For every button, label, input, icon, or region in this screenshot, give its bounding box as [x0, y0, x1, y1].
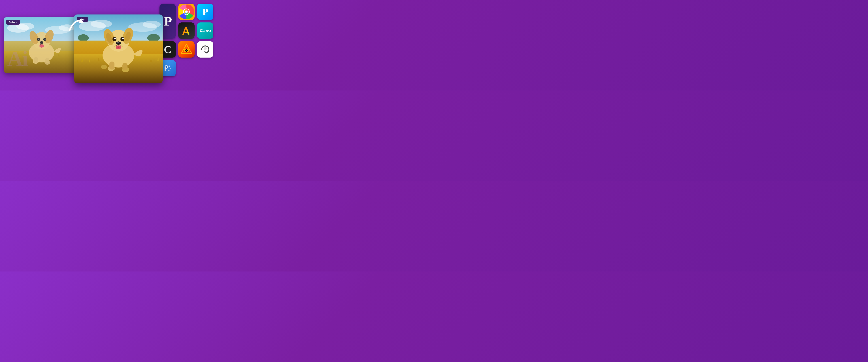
after-card: After: [74, 15, 163, 83]
svg-point-11: [38, 38, 39, 39]
svg-point-57: [204, 47, 207, 50]
svg-point-13: [40, 41, 43, 44]
svg-point-34: [113, 37, 117, 41]
before-badge: Before: [6, 20, 20, 25]
svg-point-62: [170, 68, 171, 69]
svg-point-63: [168, 70, 169, 71]
svg-text:A: A: [182, 25, 190, 36]
svg-point-45: [101, 65, 107, 69]
svg-point-37: [122, 38, 124, 39]
svg-point-38: [113, 37, 115, 38]
svg-point-59: [165, 66, 167, 68]
svg-rect-46: [110, 61, 115, 69]
icon-affinity[interactable]: [178, 41, 194, 58]
svg-point-61: [168, 65, 170, 67]
canva-label: Canva: [199, 28, 211, 33]
icon-picsart[interactable]: P: [197, 4, 213, 20]
icon-canva[interactable]: Canva: [197, 23, 213, 39]
svg-point-40: [116, 41, 121, 45]
svg-rect-17: [34, 57, 38, 63]
icon-backup[interactable]: [197, 41, 213, 58]
comparison-area: Ai Before: [4, 7, 163, 83]
ai-watermark: Ai: [7, 48, 27, 70]
icon-artstudio[interactable]: A: [178, 23, 194, 39]
icon-paletter[interactable]: [178, 4, 194, 20]
svg-point-14: [39, 44, 44, 48]
arrow-indicator: [66, 15, 87, 35]
svg-rect-47: [122, 63, 127, 70]
app-icons-grid: P P: [159, 4, 213, 76]
svg-point-51: [185, 10, 188, 13]
svg-point-55: [185, 49, 188, 52]
svg-point-56: [186, 50, 187, 51]
svg-point-39: [121, 37, 122, 38]
svg-point-36: [114, 38, 116, 39]
svg-point-35: [120, 37, 124, 41]
svg-point-12: [44, 38, 45, 39]
svg-rect-60: [164, 67, 166, 71]
svg-rect-18: [45, 58, 49, 63]
svg-point-41: [117, 42, 119, 43]
